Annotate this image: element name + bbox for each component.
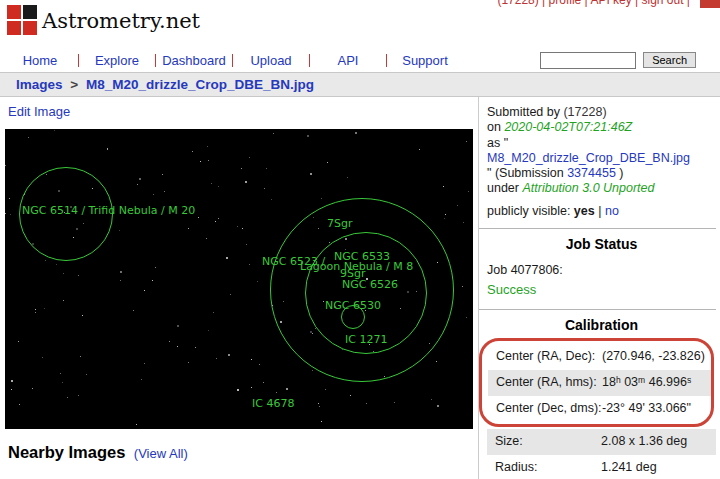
sidebar: Submitted by (17228) on 2020-04-02T07:21… (479, 97, 720, 479)
site-title[interactable]: Astrometry.net (42, 9, 200, 33)
submission-label-close: ) (619, 166, 623, 180)
star-dot (466, 141, 467, 142)
tab-api[interactable]: API (310, 53, 386, 68)
tab-support[interactable]: Support (387, 53, 463, 68)
calibration-row: Size:2.08 x 1.36 deg (487, 429, 716, 455)
tab-dashboard[interactable]: Dashboard (156, 53, 232, 68)
breadcrumb: Images > M8_M20_drizzle_Crop_DBE_BN.jpg (0, 72, 720, 97)
submitter-id-link[interactable]: (17228) (563, 105, 606, 119)
star-dot (54, 130, 55, 131)
site-header: Astrometry.net (17228) | profile | API k… (0, 0, 720, 48)
star-dot (78, 275, 79, 276)
star-dot (249, 264, 250, 265)
submission-info: Submitted by (17228) on 2020-04-02T07:21… (487, 105, 716, 197)
star-dot (60, 373, 61, 374)
license-link[interactable]: Attribution 3.0 Unported (522, 181, 654, 195)
star-dot (206, 238, 207, 239)
star-dot (242, 228, 243, 229)
star-dot (62, 382, 63, 383)
star-dot (257, 281, 258, 282)
logo-square (7, 21, 21, 35)
nearby-images-section: Nearby Images (View All) (8, 443, 478, 462)
star-dot (419, 149, 420, 150)
star-dot (164, 191, 165, 192)
star-dot (228, 354, 230, 356)
star-dot (207, 146, 208, 147)
logo-square (23, 5, 37, 19)
star-dot (5, 165, 6, 166)
calibration-table: Center (RA, Dec):(270.946, -23.826)Cente… (487, 338, 716, 479)
star-dot (327, 162, 328, 163)
edit-image-link[interactable]: Edit Image (8, 104, 70, 119)
star-dot (431, 399, 432, 400)
star-dot (188, 362, 189, 363)
visibility-no-link[interactable]: no (605, 204, 619, 218)
breadcrumb-images-link[interactable]: Images (16, 77, 63, 92)
submitted-by-label: Submitted by (487, 105, 560, 119)
star-dot (44, 308, 45, 309)
star-dot (312, 370, 313, 371)
star-dot (468, 191, 469, 192)
star-dot (355, 132, 357, 134)
calibration-row: Radius:1.241 deg (487, 455, 716, 479)
star-dot (177, 325, 179, 327)
calibration-value: 18ʰ 03ᵐ 46.996ˢ (602, 375, 711, 391)
star-dot (82, 315, 83, 316)
search-area: Search (540, 52, 720, 69)
logo-square (23, 21, 37, 35)
search-button[interactable]: Search (643, 52, 696, 68)
divider (479, 228, 716, 229)
star-dot (436, 361, 437, 362)
star-dot (245, 181, 247, 183)
star-dot (213, 312, 214, 313)
divider (479, 309, 716, 310)
breadcrumb-separator: > (70, 77, 78, 92)
star-dot (310, 173, 312, 175)
under-label: under (487, 181, 519, 195)
annotation-label: IC 1271 (345, 333, 387, 346)
star-dot (463, 222, 464, 223)
star-dot (319, 406, 320, 407)
publicly-visible-label: publicly visible: (487, 204, 570, 218)
visibility-separator: | (598, 204, 601, 218)
star-dot (63, 273, 64, 274)
site-logo-icon[interactable] (7, 5, 37, 35)
star-dot (462, 286, 463, 287)
tab-upload[interactable]: Upload (233, 53, 309, 68)
star-dot (153, 194, 154, 195)
view-all-link[interactable]: (View All) (134, 446, 188, 461)
star-dot (86, 374, 87, 375)
star-dot (237, 226, 238, 227)
star-dot (63, 300, 64, 301)
star-dot (211, 183, 212, 184)
star-dot (78, 395, 79, 396)
star-dot (45, 260, 46, 261)
annotated-image[interactable]: NGC 6514 / Trifid Nebula / M 207SgrNGC 6… (5, 129, 473, 429)
star-dot (208, 160, 209, 161)
star-dot (307, 135, 309, 137)
star-dot (251, 359, 252, 360)
calibration-label: Center (Dec, dms): (496, 401, 602, 417)
tab-explore[interactable]: Explore (79, 53, 155, 68)
star-dot (218, 218, 219, 219)
star-dot (325, 389, 326, 390)
star-dot (259, 364, 260, 365)
star-dot (230, 294, 231, 295)
calibration-value: 1.241 deg (601, 460, 716, 476)
submission-label: " (Submission (487, 166, 564, 180)
star-dot (251, 387, 252, 388)
submission-filename-link[interactable]: M8_M20_drizzle_Crop_DBE_BN.jpg (487, 151, 690, 165)
calibration-highlight-box: Center (RA, Dec):(270.946, -23.826)Cente… (479, 338, 714, 427)
star-dot (444, 218, 445, 219)
submission-id-link[interactable]: 3374455 (567, 166, 616, 180)
star-dot (188, 228, 189, 229)
top-nav-links[interactable]: (17228) | profile | API key | sign out | (497, 0, 690, 7)
star-dot (394, 402, 395, 403)
search-input[interactable] (540, 52, 636, 69)
star-dot (318, 403, 319, 404)
star-dot (42, 357, 43, 358)
star-dot (443, 186, 444, 187)
star-dot (266, 168, 267, 169)
star-dot (192, 151, 193, 152)
tab-home[interactable]: Home (2, 53, 78, 68)
